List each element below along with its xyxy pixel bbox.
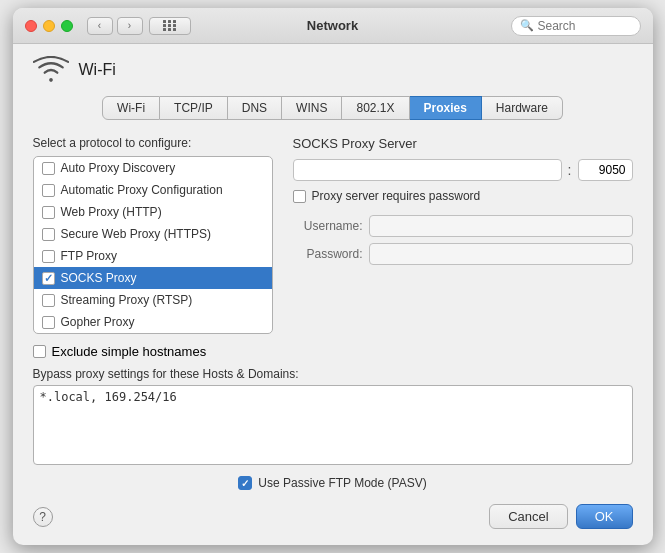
protocol-section-label: Select a protocol to configure: <box>33 136 273 150</box>
protocol-item-ftp-proxy[interactable]: FTP Proxy <box>34 245 272 267</box>
nav-buttons: ‹ › <box>87 17 143 35</box>
title-bar: ‹ › Network 🔍 <box>13 8 653 44</box>
protocol-label-gopher-proxy: Gopher Proxy <box>61 315 135 329</box>
checkbox-streaming-proxy[interactable] <box>42 294 55 307</box>
protocol-label-socks-proxy: SOCKS Proxy <box>61 271 137 285</box>
colon-separator: : <box>568 162 572 178</box>
protocol-label-auto-proxy-discovery: Auto Proxy Discovery <box>61 161 176 175</box>
socks-server-row: : <box>293 159 633 181</box>
cancel-button[interactable]: Cancel <box>489 504 567 529</box>
username-label: Username: <box>293 219 363 233</box>
username-input[interactable] <box>369 215 633 237</box>
main-panel: Select a protocol to configure: Auto Pro… <box>33 136 633 334</box>
password-input[interactable] <box>369 243 633 265</box>
forward-button[interactable]: › <box>117 17 143 35</box>
protocol-label-streaming-proxy: Streaming Proxy (RTSP) <box>61 293 193 307</box>
grid-button[interactable] <box>149 17 191 35</box>
tab-dns[interactable]: DNS <box>228 96 282 120</box>
bypass-textarea[interactable] <box>33 385 633 465</box>
password-required-label: Proxy server requires password <box>312 189 481 203</box>
grid-icon <box>163 20 177 31</box>
password-row: Password: <box>293 243 633 265</box>
ok-button[interactable]: OK <box>576 504 633 529</box>
checkbox-auto-proxy-discovery[interactable] <box>42 162 55 175</box>
footer-buttons: Cancel OK <box>489 504 632 529</box>
username-row: Username: <box>293 215 633 237</box>
minimize-button[interactable] <box>43 20 55 32</box>
protocol-label-secure-web-proxy: Secure Web Proxy (HTTPS) <box>61 227 211 241</box>
socks-port-input[interactable] <box>578 159 633 181</box>
tab-wins[interactable]: WINS <box>282 96 342 120</box>
bypass-label: Bypass proxy settings for these Hosts & … <box>33 367 633 381</box>
window-title: Network <box>307 18 358 33</box>
wifi-header: Wi-Fi <box>33 56 633 84</box>
content-area: Wi-Fi Wi-Fi TCP/IP DNS WINS 802.1X Proxi… <box>13 44 653 545</box>
pasv-checkbox[interactable]: ✓ <box>238 476 252 490</box>
password-required-checkbox[interactable] <box>293 190 306 203</box>
bottom-section: Exclude simple hostnames Bypass proxy se… <box>33 344 633 490</box>
wifi-label: Wi-Fi <box>79 61 116 79</box>
protocol-label-ftp-proxy: FTP Proxy <box>61 249 117 263</box>
socks-section: SOCKS Proxy Server : Proxy server requir… <box>293 136 633 334</box>
tab-wifi[interactable]: Wi-Fi <box>102 96 160 120</box>
checkbox-socks-proxy[interactable]: ✓ <box>42 272 55 285</box>
tab-tcpip[interactable]: TCP/IP <box>160 96 228 120</box>
exclude-hostnames-checkbox[interactable] <box>33 345 46 358</box>
maximize-button[interactable] <box>61 20 73 32</box>
tab-8021x[interactable]: 802.1X <box>342 96 409 120</box>
search-box[interactable]: 🔍 <box>511 16 641 36</box>
checkbox-gopher-proxy[interactable] <box>42 316 55 329</box>
traffic-lights <box>25 20 73 32</box>
exclude-hostnames-label: Exclude simple hostnames <box>52 344 207 359</box>
pasv-label: Use Passive FTP Mode (PASV) <box>258 476 426 490</box>
tab-hardware[interactable]: Hardware <box>482 96 563 120</box>
network-window: ‹ › Network 🔍 Wi-Fi <box>13 8 653 545</box>
protocol-item-web-proxy-http[interactable]: Web Proxy (HTTP) <box>34 201 272 223</box>
pasv-checkmark-icon: ✓ <box>241 478 249 489</box>
socks-title: SOCKS Proxy Server <box>293 136 633 151</box>
protocol-item-secure-web-proxy[interactable]: Secure Web Proxy (HTTPS) <box>34 223 272 245</box>
password-requires-row: Proxy server requires password <box>293 189 633 203</box>
checkmark-icon: ✓ <box>44 272 53 285</box>
tabs: Wi-Fi TCP/IP DNS WINS 802.1X Proxies Har… <box>33 96 633 120</box>
search-input[interactable] <box>538 19 632 33</box>
checkbox-web-proxy-http[interactable] <box>42 206 55 219</box>
protocol-item-automatic-proxy-config[interactable]: Automatic Proxy Configuration <box>34 179 272 201</box>
socks-server-input[interactable] <box>293 159 562 181</box>
wifi-icon <box>33 56 69 84</box>
help-button[interactable]: ? <box>33 507 53 527</box>
exclude-row: Exclude simple hostnames <box>33 344 633 359</box>
checkbox-secure-web-proxy[interactable] <box>42 228 55 241</box>
protocol-item-streaming-proxy[interactable]: Streaming Proxy (RTSP) <box>34 289 272 311</box>
search-icon: 🔍 <box>520 19 534 32</box>
checkbox-ftp-proxy[interactable] <box>42 250 55 263</box>
close-button[interactable] <box>25 20 37 32</box>
protocol-item-socks-proxy[interactable]: ✓ SOCKS Proxy <box>34 267 272 289</box>
password-label: Password: <box>293 247 363 261</box>
protocol-item-gopher-proxy[interactable]: Gopher Proxy <box>34 311 272 333</box>
protocol-label-automatic-proxy-config: Automatic Proxy Configuration <box>61 183 223 197</box>
footer: ? Cancel OK <box>33 504 633 529</box>
pasv-row: ✓ Use Passive FTP Mode (PASV) <box>33 476 633 490</box>
protocol-label-web-proxy-http: Web Proxy (HTTP) <box>61 205 162 219</box>
tab-proxies[interactable]: Proxies <box>410 96 482 120</box>
protocol-list: Auto Proxy Discovery Automatic Proxy Con… <box>33 156 273 334</box>
protocol-item-auto-proxy-discovery[interactable]: Auto Proxy Discovery <box>34 157 272 179</box>
protocol-section: Select a protocol to configure: Auto Pro… <box>33 136 273 334</box>
checkbox-automatic-proxy-config[interactable] <box>42 184 55 197</box>
back-button[interactable]: ‹ <box>87 17 113 35</box>
